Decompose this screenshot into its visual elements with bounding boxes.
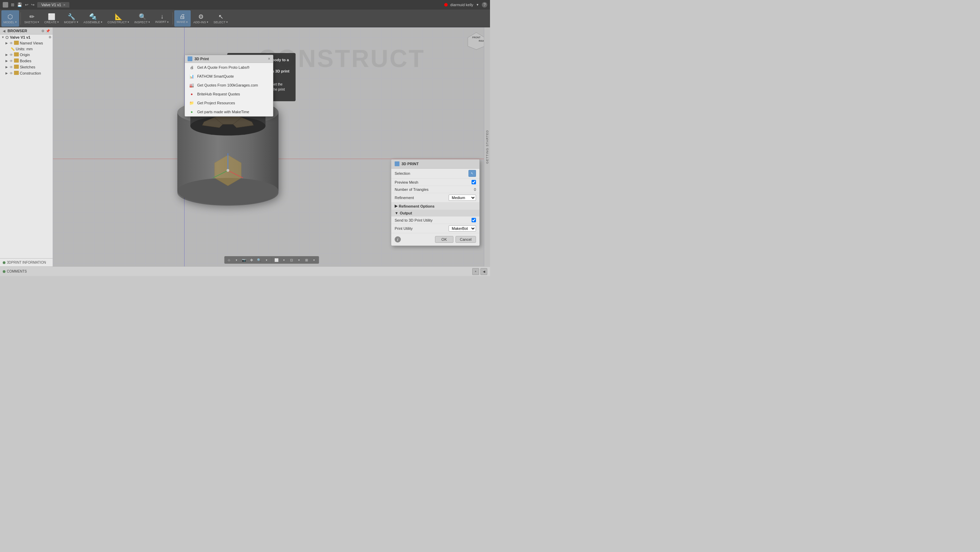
comments-add-button[interactable]: + xyxy=(472,268,479,275)
getting-started-panel[interactable]: GETTING STARTED xyxy=(484,27,490,266)
sidebar-item-construction[interactable]: ▶ 👁 Construction xyxy=(0,70,52,76)
view-cube[interactable]: FRONT RIGHT xyxy=(466,31,487,51)
comments-dot xyxy=(3,270,5,273)
modify-icon: 🔧 xyxy=(68,13,75,21)
zoom-arrow[interactable]: ▼ xyxy=(263,257,270,263)
bottom-bar: COMMENTS + ◀ xyxy=(0,266,490,276)
snap-tool[interactable]: ⊹ xyxy=(226,257,232,263)
pan-tool[interactable]: ✥ xyxy=(248,257,255,263)
menu-item-project-resources[interactable]: 📁 Get Project Resources xyxy=(185,99,273,107)
print-panel-title: 3D PRINT xyxy=(401,162,418,166)
preview-mesh-checkbox[interactable] xyxy=(471,180,476,184)
assemble-icon: 🔩 xyxy=(89,13,97,21)
select-icon: ↖ xyxy=(218,13,223,21)
redo-icon[interactable]: ↪ xyxy=(31,2,35,7)
insert-label: INSERT▼ xyxy=(155,20,169,24)
grid-icon[interactable]: ⊞ xyxy=(11,2,14,7)
origin-expand[interactable]: ▶ xyxy=(5,53,10,56)
sidebar: ◀ BROWSER ⚙ 📌 ▼ ⬡ Valve V1 v1 ⚙ ▶ 👁 Name… xyxy=(0,27,53,266)
inspect-tool[interactable]: 🔍 INSPECT▼ xyxy=(132,10,153,27)
camera-tool[interactable]: 📷 xyxy=(240,257,247,263)
tab-close-button[interactable]: × xyxy=(63,3,65,7)
make-label: MAKE▼ xyxy=(177,20,188,24)
fathom-label: FATHOM SmartQuote xyxy=(197,74,234,78)
menu-item-maketime[interactable]: ● Get parts made with MakeTime xyxy=(185,107,273,116)
sidebar-item-units[interactable]: 📏 Units: mm xyxy=(0,46,52,52)
sidebar-item-sketches[interactable]: ▶ 👁 Sketches xyxy=(0,64,52,70)
vb-sep-1 xyxy=(271,257,272,263)
create-tool[interactable]: ⬜ CREATE▼ xyxy=(42,10,61,27)
selection-button[interactable]: ↖ xyxy=(468,170,476,177)
print-panel-header: 3D PRINT xyxy=(391,160,479,169)
view-mode-tool[interactable]: ⬜ xyxy=(273,257,280,263)
help-button[interactable]: ? xyxy=(482,2,487,8)
undo-icon[interactable]: ↩ xyxy=(25,2,29,7)
snap-arrow[interactable]: ▼ xyxy=(233,257,240,263)
display-arrow[interactable]: ▼ xyxy=(296,257,302,263)
display-tool[interactable]: ⊡ xyxy=(288,257,295,263)
insert-tool[interactable]: ↓ INSERT▼ xyxy=(153,10,171,27)
construction-expand[interactable]: ▶ xyxy=(5,72,10,75)
comments-collapse-button[interactable]: ◀ xyxy=(480,268,487,275)
assemble-tool[interactable]: 🔩 ASSEMBLE▼ xyxy=(81,10,105,27)
print-utility-select[interactable]: MakerBot xyxy=(449,225,476,231)
output-expander[interactable]: ▼ Output xyxy=(391,210,479,217)
menu-item-100kgarages[interactable]: 🏭 Get Quotes From 100kGarages.com xyxy=(185,81,273,89)
addins-tool[interactable]: ⚙ ADD-INS▼ xyxy=(191,10,211,27)
user-arrow[interactable]: ▼ xyxy=(476,3,479,6)
sketches-folder-icon xyxy=(14,65,19,69)
named-views-expand[interactable]: ▶ xyxy=(5,41,10,45)
sketches-expand[interactable]: ▶ xyxy=(5,65,10,69)
view-mode-arrow[interactable]: ▼ xyxy=(280,257,287,263)
fathom-icon: 📊 xyxy=(189,73,194,79)
print-panel-icon xyxy=(395,161,399,166)
sidebar-item-named-views[interactable]: ▶ 👁 Named Views xyxy=(0,40,52,46)
sketch-tool[interactable]: ✏ SKETCH▼ xyxy=(22,10,41,27)
bodies-expand[interactable]: ▶ xyxy=(5,59,10,62)
main-area: ◀ BROWSER ⚙ 📌 ▼ ⬡ Valve V1 v1 ⚙ ▶ 👁 Name… xyxy=(0,27,490,266)
tree-root[interactable]: ▼ ⬡ Valve V1 v1 ⚙ xyxy=(0,35,52,40)
grid-tool[interactable]: ⊞ xyxy=(303,257,310,263)
root-label: Valve V1 v1 xyxy=(10,35,49,39)
inspect-icon: 🔍 xyxy=(139,13,146,21)
maketime-icon: ● xyxy=(189,109,194,115)
viewport[interactable]: CONSTRUCT xyxy=(53,27,490,266)
proto-labs-label: Get A Quote From Proto Labs® xyxy=(197,65,250,69)
menu-item-britehub[interactable]: ● BriteHub Request Quotes xyxy=(185,89,273,99)
comments-section: COMMENTS xyxy=(3,270,471,273)
refinement-select[interactable]: Medium xyxy=(449,195,476,201)
sidebar-pin-icon[interactable]: 📌 xyxy=(46,29,50,33)
svg-point-14 xyxy=(226,169,229,172)
addins-label: ADD-INS▼ xyxy=(193,21,209,24)
panel-info-button[interactable]: i xyxy=(395,236,401,242)
sidebar-item-bodies[interactable]: ▶ 👁 Bodies xyxy=(0,58,52,64)
modify-label: MODIFY▼ xyxy=(64,21,79,24)
refinement-options-expander[interactable]: ▶ Refinement Options xyxy=(391,203,479,210)
ok-button[interactable]: OK xyxy=(435,236,453,243)
sidebar-collapse-button[interactable]: ◀ xyxy=(3,29,5,33)
title-bar: ⊞ 💾 ↩ ↪ Valve V1 v1 × diarmuid kelly ▼ ? xyxy=(0,0,490,10)
save-icon[interactable]: 💾 xyxy=(17,2,22,7)
select-tool[interactable]: ↖ SELECT▼ xyxy=(212,10,230,27)
refinement-options-label: Refinement Options xyxy=(399,204,434,208)
model-tool[interactable]: ⬡ MODEL▼ xyxy=(2,10,19,27)
grid-arrow[interactable]: ▼ xyxy=(310,257,317,263)
send-to-label: Send to 3D Print Utility xyxy=(395,218,469,222)
project-resources-icon: 📁 xyxy=(189,100,194,106)
active-tab[interactable]: Valve V1 v1 × xyxy=(37,2,69,8)
menu-item-proto-labs[interactable]: 🖨 Get A Quote From Proto Labs® xyxy=(185,63,273,72)
named-views-eye-icon: 👁 xyxy=(10,41,13,45)
menu-item-fathom[interactable]: 📊 FATHOM SmartQuote xyxy=(185,72,273,81)
dropdown-close-button[interactable]: × xyxy=(268,56,270,61)
sidebar-settings-icon[interactable]: ⚙ xyxy=(41,29,45,33)
zoom-tool[interactable]: 🔍 xyxy=(256,257,262,263)
cancel-button[interactable]: Cancel xyxy=(455,236,476,243)
svg-text:FRONT: FRONT xyxy=(472,36,481,39)
construct-tool[interactable]: 📐 CONSTRUCT▼ xyxy=(106,10,132,27)
sidebar-item-origin[interactable]: ▶ 👁 Origin xyxy=(0,52,52,58)
make-tool[interactable]: 🖨 MAKE▼ xyxy=(174,10,191,27)
dropdown-header: 3D Print × xyxy=(185,55,273,63)
modify-tool[interactable]: 🔧 MODIFY▼ xyxy=(62,10,81,27)
send-to-checkbox[interactable] xyxy=(471,218,476,222)
root-expand-icon[interactable]: ▼ xyxy=(2,35,5,39)
